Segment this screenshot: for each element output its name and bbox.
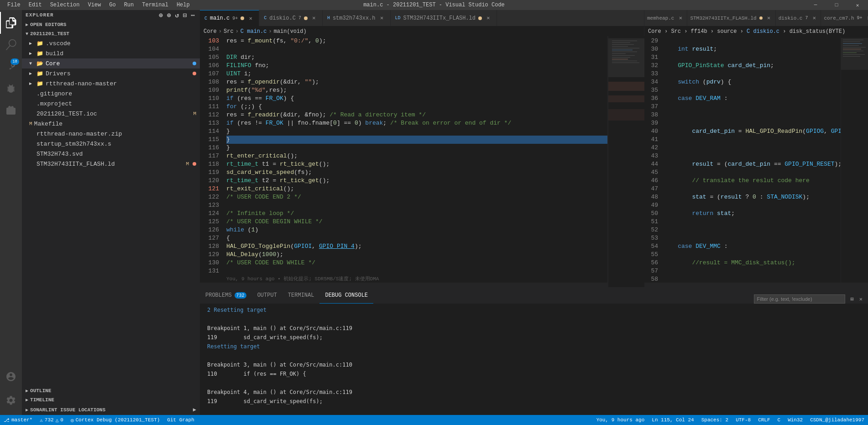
- menu-run[interactable]: Run: [120, 2, 138, 8]
- tab-close-diskio[interactable]: ✕: [310, 15, 318, 22]
- git-blame-text: You, 9 hours ago: [596, 417, 645, 423]
- tab-stm32h743xx-h[interactable]: H stm32h743xx.h ✕: [323, 10, 391, 26]
- platform-status[interactable]: Win32: [784, 415, 806, 425]
- activity-extensions[interactable]: [0, 100, 22, 121]
- output-line: [200, 406, 868, 415]
- code-line: DIR dir;: [226, 53, 607, 62]
- activity-source-control[interactable]: 18: [0, 56, 22, 78]
- activity-files[interactable]: [0, 12, 22, 34]
- tab-core-cm7[interactable]: core_cm7.h 9+ ✕: [821, 10, 868, 26]
- tab-main-c[interactable]: C main.c 9+ ✕: [200, 10, 259, 26]
- new-folder-icon[interactable]: ⊕: [166, 10, 173, 20]
- sidebar-item-mxproject[interactable]: .mxproject: [22, 99, 200, 109]
- tab-problems[interactable]: PROBLEMS 732: [200, 288, 252, 304]
- chevron-down-icon: ▼: [26, 31, 28, 37]
- minimize-button[interactable]: ─: [805, 0, 826, 10]
- outline-section[interactable]: ▶ OUTLINE: [22, 386, 200, 395]
- panel-maximize-icon[interactable]: ⊞: [849, 295, 856, 304]
- svg-rect-17: [608, 38, 644, 77]
- tab-num-diskio: 7: [805, 16, 808, 21]
- breadcrumb-mainc[interactable]: C main.c: [241, 28, 267, 35]
- sidebar-item-makefile[interactable]: M Makefile: [22, 119, 200, 129]
- sidebar-item-rtthread[interactable]: ▶ 📁 rtthread-nano-master: [22, 79, 200, 89]
- sidebar-item-rtthread-zip[interactable]: rtthread-nano-master.zip: [22, 129, 200, 139]
- sonarlint-section[interactable]: ▶ SONARLINT ISSUE LOCATIONS ▶: [22, 404, 200, 415]
- panel-close-icon[interactable]: ✕: [858, 295, 864, 304]
- activity-search[interactable]: [0, 34, 22, 56]
- menu-help[interactable]: Help: [173, 2, 193, 8]
- tab-stm32flash-ld[interactable]: STM32H743IITx_FLASH.ld ✕: [687, 10, 775, 26]
- tab-close-memheap[interactable]: ✕: [677, 15, 684, 22]
- user-info-status[interactable]: CSDN_@jiladahe1997: [806, 415, 868, 425]
- cursor-position-status[interactable]: Ln 115, Col 24: [648, 415, 697, 425]
- language-status[interactable]: C: [774, 415, 784, 425]
- window-controls[interactable]: ─ □ ✕: [805, 0, 868, 10]
- tab-memheap[interactable]: memheap.c ✕: [644, 10, 687, 26]
- expand-icon[interactable]: ▶: [193, 406, 196, 413]
- close-button[interactable]: ✕: [847, 0, 868, 10]
- menu-file[interactable]: File: [4, 2, 24, 8]
- collapse-icon[interactable]: ⊟: [182, 10, 188, 20]
- problems-count: 732: [235, 292, 246, 299]
- activity-debug[interactable]: [0, 78, 22, 100]
- git-branch-item[interactable]: ⎇ master*: [0, 415, 36, 425]
- tab-terminal[interactable]: TERMINAL: [282, 288, 320, 304]
- tab-close-stm32flash[interactable]: ✕: [765, 15, 773, 22]
- panel-right-controls[interactable]: ⊞ ✕: [754, 294, 868, 304]
- git-blame-status[interactable]: You, 9 hours ago: [593, 415, 648, 425]
- menu-view[interactable]: View: [84, 2, 105, 8]
- tab-diskio-right[interactable]: diskio.c 7 ✕: [776, 10, 821, 26]
- horizontal-scrollbar[interactable]: [200, 283, 607, 287]
- sidebar-item-testioc[interactable]: 20211201_TEST.ioc M: [22, 109, 200, 119]
- menu-terminal[interactable]: Terminal: [138, 2, 172, 8]
- line-endings-status[interactable]: CRLF: [754, 415, 774, 425]
- sidebar-item-flash-ld[interactable]: STM32H743IITx_FLASH.ld M: [22, 159, 200, 169]
- menu-selection[interactable]: Selection: [47, 2, 84, 8]
- tab-close-ld[interactable]: ✕: [485, 15, 492, 22]
- tab-debug-console[interactable]: DEBUG CONSOLE: [319, 288, 373, 304]
- activity-bar: 18: [0, 10, 22, 415]
- right-horizontal-scrollbar[interactable]: [644, 283, 868, 287]
- refresh-icon[interactable]: ↺: [174, 10, 180, 20]
- sidebar-item-svd[interactable]: STM32H743.svd: [22, 149, 200, 159]
- problems-status[interactable]: ⚠ 732 △ 0: [36, 415, 67, 425]
- line-numbers: 103 104 105 106 107 108 109 110 111 112 …: [200, 36, 223, 274]
- activity-account[interactable]: [0, 366, 22, 388]
- breadcrumb-core[interactable]: Core: [204, 28, 217, 35]
- sidebar-item-core[interactable]: ▼ 📂 Core: [22, 58, 200, 68]
- breadcrumb-mainvoid[interactable]: main(void): [274, 28, 307, 35]
- filter-input[interactable]: [754, 294, 845, 304]
- sidebar-item-build[interactable]: ▶ 📁 build: [22, 48, 200, 58]
- tab-flash-ld[interactable]: LD STM32H743IITx_FLASH.ld ✕: [391, 10, 497, 26]
- tab-diskio-c[interactable]: C diskio.C 7 ✕: [259, 10, 323, 26]
- sidebar-header-icons[interactable]: ⊕ ⊕ ↺ ⊟ ⋯: [158, 10, 196, 20]
- git-graph-item[interactable]: Git Graph: [163, 415, 198, 425]
- code-line: }: [226, 144, 607, 152]
- tab-close-main[interactable]: ✕: [247, 15, 254, 22]
- sidebar-item-drivers[interactable]: ▶ 📁 Drivers: [22, 68, 200, 79]
- indent-status[interactable]: Spaces: 2: [698, 415, 732, 425]
- activity-settings[interactable]: [0, 389, 22, 411]
- more-icon[interactable]: ⋯: [190, 10, 196, 20]
- debug-status-item[interactable]: ◎ Cortex Debug (20211201_TEST): [67, 415, 163, 425]
- sidebar-item-vscode[interactable]: ▶ 📁 .vscode: [22, 38, 200, 48]
- new-file-icon[interactable]: ⊕: [158, 10, 164, 20]
- sidebar-item-startup[interactable]: startup_stm32h743xx.s: [22, 139, 200, 149]
- menu-edit[interactable]: Edit: [25, 2, 46, 8]
- encoding-status[interactable]: UTF-8: [732, 415, 754, 425]
- menu-go[interactable]: Go: [105, 2, 119, 8]
- tab-close-diskio-r[interactable]: ✕: [810, 15, 818, 22]
- timeline-section[interactable]: ▶ TIMELINE: [22, 395, 200, 404]
- tab-output[interactable]: OUTPUT: [252, 288, 282, 304]
- tab-close-core[interactable]: ✕: [865, 15, 868, 22]
- tab-close-h[interactable]: ✕: [378, 15, 386, 22]
- maximize-button[interactable]: □: [826, 0, 847, 10]
- open-editors-section[interactable]: ▶ OPEN EDITORS: [22, 20, 200, 29]
- sidebar-item-gitignore[interactable]: .gitignore: [22, 89, 200, 99]
- code-line: UINT i;: [226, 70, 607, 78]
- chevron-right-icon4: ▶: [26, 407, 28, 413]
- workspace-section[interactable]: ▼ 20211201_TEST: [22, 29, 200, 38]
- breadcrumb-src[interactable]: Src: [224, 28, 234, 35]
- open-editors-label: OPEN EDITORS: [30, 22, 66, 27]
- menu-bar[interactable]: File Edit Selection View Go Run Terminal…: [4, 2, 193, 8]
